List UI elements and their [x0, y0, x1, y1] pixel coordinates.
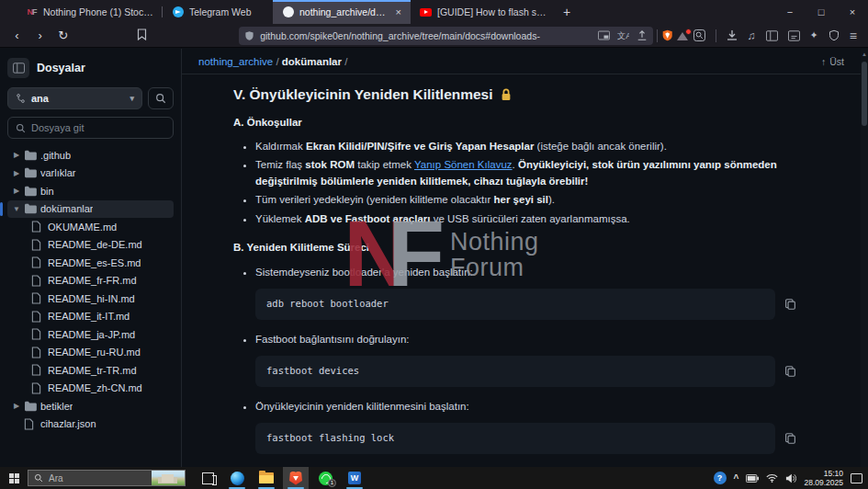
tree-file-readme-ja[interactable]: README_ja-JP.md [7, 325, 174, 344]
breadcrumb: nothing_archive / dokümanlar / ↑ Üst [182, 49, 868, 74]
tab-label: [GUIDE] How to flash stock rom on N [437, 6, 548, 17]
branch-selector[interactable]: ana ▾ [7, 87, 142, 109]
tab-youtube-guide[interactable]: [GUIDE] How to flash stock rom on N [411, 0, 556, 24]
breadcrumb-repo-link[interactable]: nothing_archive [198, 56, 273, 67]
battery-icon[interactable] [746, 474, 759, 483]
tree-file-readme-hi[interactable]: README_hi-IN.md [7, 290, 174, 308]
bookmark-icon[interactable] [137, 28, 147, 42]
scroll-up-arrow[interactable]: ▲ [861, 49, 868, 57]
flashing-guide-link[interactable]: Yanıp Sönen Kılavuz [414, 159, 513, 170]
copy-icon[interactable] [784, 432, 796, 445]
maximize-button[interactable]: □ [806, 0, 837, 24]
close-window-button[interactable]: × [837, 0, 868, 24]
url-bar[interactable]: github.com/spike0en/nothing_archive/tree… [239, 27, 653, 45]
screenshot-icon[interactable] [693, 29, 705, 41]
adblock-extension-icon[interactable] [661, 28, 673, 42]
brave-taskbar-button[interactable] [283, 467, 309, 489]
tree-folder-dokumanlar[interactable]: ▼ dokümanlar [7, 200, 174, 219]
tree-folder-github[interactable]: ▶ .github [7, 146, 174, 165]
breadcrumb-current: dokümanlar [282, 56, 342, 67]
svg-text:文A: 文A [617, 31, 629, 40]
menu-icon[interactable]: ≡ [850, 28, 857, 43]
branch-name: ana [31, 93, 49, 104]
taskbar-clock[interactable]: 15:10 28.09.2025 [804, 469, 843, 487]
goto-file-input[interactable] [31, 122, 151, 133]
chevron-right-icon: ▶ [9, 151, 24, 159]
downloads-icon[interactable] [727, 29, 738, 41]
tree-folder-bin[interactable]: ▶ bin [7, 182, 174, 200]
new-tab-button[interactable]: + [556, 0, 578, 24]
file-icon [31, 256, 48, 268]
tab-nothing-phone-rom[interactable]: NF Nothing Phone (1) Stock ROM Yükle [17, 0, 162, 24]
forward-button[interactable]: › [30, 28, 50, 42]
back-button[interactable]: ‹ [7, 28, 27, 42]
speaker-icon[interactable] [785, 473, 796, 483]
telegram-icon [172, 6, 184, 18]
list-item: Kaldırmak Ekran Kilidi/PIN/Şifre ve Giri… [255, 139, 796, 154]
sidebar-toggle-icon[interactable] [766, 30, 778, 41]
tree-file-cihazlar-json[interactable]: cihazlar.json [7, 415, 174, 434]
tree-file-readme-zh[interactable]: README_zh-CN.md [7, 380, 174, 398]
task-view-button[interactable] [195, 467, 220, 489]
list-item: Sistemdeyseniz bootloader'a yeniden başl… [255, 265, 796, 320]
share-icon[interactable] [637, 30, 648, 41]
scrollbar-thumb[interactable] [862, 62, 867, 126]
list-item: Önyükleyicinin yeniden kilitlenmesini ba… [255, 399, 796, 454]
tab-telegram-web[interactable]: Telegram Web [163, 0, 273, 24]
page-scrollbar[interactable]: ▲ [861, 49, 868, 467]
translate-icon[interactable]: 文A [617, 30, 629, 41]
code-block[interactable]: fastboot flashing lock [255, 423, 775, 454]
search-highlight-image[interactable] [152, 471, 185, 485]
copy-icon[interactable] [784, 298, 796, 311]
tree-file-okumame[interactable]: OKUMAME.md [7, 218, 174, 236]
tree-file-readme-ru[interactable]: README_ru-RU.md [7, 344, 174, 362]
whatsapp-taskbar-button[interactable]: 1 [312, 467, 338, 489]
task-view-icon [202, 472, 214, 484]
tray-expand-chevron[interactable]: ^ [734, 473, 739, 483]
tree-file-readme-fr[interactable]: README_fr-FR.md [7, 272, 174, 290]
copy-icon[interactable] [784, 365, 796, 378]
collapse-sidebar-icon[interactable] [7, 58, 29, 78]
tree-folder-varliklar[interactable]: ▶ varlıklar [7, 165, 174, 183]
word-taskbar-button[interactable]: W [342, 467, 367, 489]
code-block[interactable]: adb reboot bootloader [255, 289, 775, 320]
code-block[interactable]: fastboot devices [255, 356, 775, 387]
files-sidebar: Dosyalar ana ▾ ▶ .git [0, 49, 182, 467]
tree-file-readme-it[interactable]: README_it-IT.md [7, 308, 174, 326]
picture-in-picture-icon[interactable] [598, 30, 610, 40]
search-button[interactable] [148, 87, 174, 109]
reload-button[interactable]: ↻ [53, 28, 73, 42]
folder-icon [24, 167, 40, 178]
start-button[interactable] [0, 467, 28, 489]
taskbar-search[interactable] [28, 470, 186, 486]
shield-permissions-icon[interactable] [244, 30, 254, 41]
taskbar-search-input[interactable] [49, 473, 131, 483]
tree-file-readme-de[interactable]: README_de-DE.md [7, 236, 174, 255]
file-explorer-taskbar-button[interactable] [254, 467, 279, 489]
edge-taskbar-button[interactable] [224, 467, 250, 489]
minimize-button[interactable]: − [774, 0, 806, 24]
github-page: Dosyalar ana ▾ ▶ .git [0, 49, 868, 467]
back-to-top-button[interactable]: ↑ Üst [821, 56, 844, 67]
file-icon [31, 364, 48, 376]
extension-icon[interactable] [677, 30, 689, 41]
help-icon[interactable]: ? [714, 472, 727, 484]
music-note-icon[interactable]: ♫ [748, 29, 756, 42]
tab-label: nothing_archive/docs at main · s [299, 6, 389, 17]
arrow-up-icon: ↑ [821, 56, 826, 67]
url-text[interactable]: github.com/spike0en/nothing_archive/tree… [260, 30, 592, 41]
tree-folder-betikler[interactable]: ▶ betikler [7, 397, 174, 415]
close-tab-icon[interactable]: × [394, 6, 403, 17]
action-center-icon[interactable] [851, 473, 862, 483]
file-icon [31, 221, 48, 233]
profile-shield-icon[interactable] [829, 29, 840, 41]
file-icon [31, 292, 48, 304]
container-tab-icon[interactable] [788, 30, 800, 41]
wifi-icon[interactable] [766, 473, 778, 483]
github-icon [282, 6, 294, 18]
tree-file-readme-es[interactable]: README_es-ES.md [7, 254, 174, 272]
extensions-icon[interactable]: ✦ [810, 29, 818, 41]
file-icon [31, 311, 48, 323]
tree-file-readme-tr[interactable]: README_tr-TR.md [7, 361, 174, 380]
tab-github-nothing-archive[interactable]: nothing_archive/docs at main · s × [273, 0, 411, 24]
